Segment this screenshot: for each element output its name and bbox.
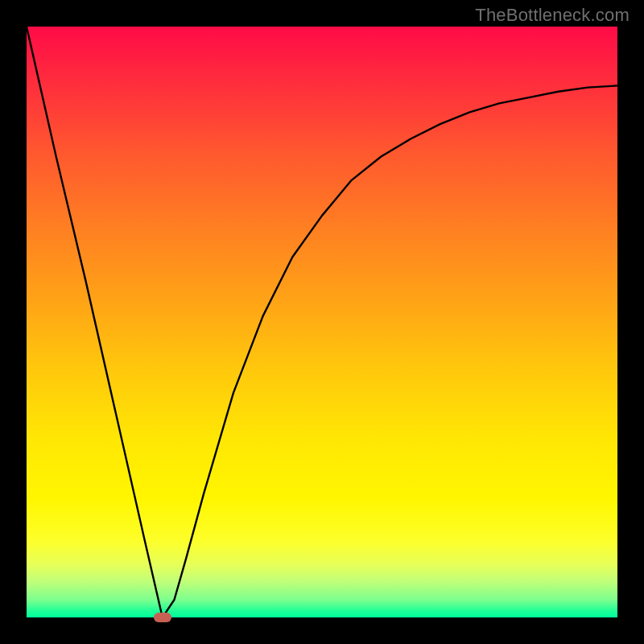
watermark-text: TheBottleneck.com bbox=[475, 5, 630, 26]
minimum-marker bbox=[154, 613, 171, 622]
curve-line bbox=[27, 27, 617, 617]
plot-area bbox=[27, 27, 617, 617]
chart-frame: TheBottleneck.com bbox=[0, 0, 644, 644]
